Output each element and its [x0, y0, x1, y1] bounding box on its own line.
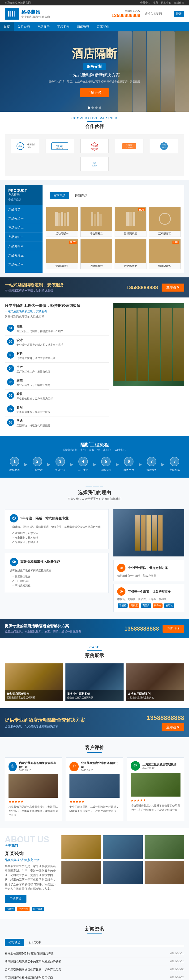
contact-banner: 提供专业的酒店活动隔断全套解决方案 免费上门量尺、专业团队量尺、施工、安装、送货…	[0, 619, 189, 638]
product-image-2	[80, 207, 112, 231]
promo-left: 提供专业的酒店活动隔断全套解决方案 全国服务热线：为您提供专业隔断解决方案	[5, 717, 85, 729]
test-text-2: 专业的服务团队，从设计到安装全程跟进，隔断效果美观实用，已在多个项目中合作。	[69, 805, 119, 813]
main-nav: 首页 公司介绍 产品展示 工程案例 新闻资讯 联系我们	[0, 22, 189, 32]
promo-title: 提供专业的酒店活动隔断全套解决方案	[5, 717, 85, 723]
reason-icon-2: ②	[10, 558, 18, 566]
why-detail-title: 选择我们的理由	[5, 489, 184, 496]
step-3: 3 签订合同	[51, 457, 70, 472]
step-num-3: 3	[56, 457, 65, 466]
svg-rect-2	[12, 11, 13, 16]
tab-new[interactable]: 最新产品	[71, 192, 91, 199]
hero-sub: 服务定制	[87, 64, 102, 68]
header-right: 全国服务热线 13588888888 搜索	[112, 9, 184, 18]
top-link-4[interactable]: 在线留言	[174, 1, 184, 4]
svg-rect-1	[10, 11, 11, 16]
news-link-1[interactable]: 格格装饰荣获2023年度最佳隔断品牌奖	[5, 952, 54, 956]
contact-btn[interactable]: 立即咨询	[163, 625, 184, 633]
news-link-4[interactable]: 酒店隔断行业标准最新解读与应用指南	[5, 976, 53, 980]
case-overlay-3: 多功能厅隔断案例 大型会议室隔断定制安装	[126, 690, 184, 701]
product-title-8: 活动隔断八	[149, 263, 181, 269]
case-grid: 豪华酒店隔断案例 五星级酒店宴会厅活动隔断 商务中心隔断案例 企业会议室灵活分隔…	[5, 663, 184, 701]
news-date-2: 2023-08-10	[170, 960, 184, 964]
case-desc-1: 五星级酒店宴会厅活动隔断	[6, 696, 61, 699]
category-1[interactable]: 产品分类	[5, 205, 43, 214]
why-right-image	[114, 303, 184, 430]
category-5[interactable]: 产品介绍四	[5, 242, 43, 251]
promo-sub: 全国服务热线：为您提供专业隔断解决方案	[5, 725, 85, 729]
category-4[interactable]: 产品介绍三	[5, 232, 43, 242]
promo-right: 13588888888 立即咨询	[147, 714, 184, 732]
dot-3[interactable]	[95, 107, 98, 109]
nav-home[interactable]: 首页	[0, 22, 14, 32]
news-item-2: 活动隔断在现代酒店中的应用与发展趋势分析 2023-08-10	[5, 958, 184, 966]
reason-desc-3: 精耕细作每一个细节，让客户满意	[117, 574, 181, 578]
why-detail-section: ————— 选择我们的理由 四大优势，以万于千手客户更好的选择我们 ————— …	[0, 477, 189, 619]
category-3[interactable]: 产品介绍二	[5, 223, 43, 232]
hero-btn[interactable]: 了解更多	[80, 88, 109, 97]
search-button[interactable]: 搜索	[174, 11, 184, 17]
why-room-image	[114, 509, 184, 557]
partners-en: COOPERATIVE PARTNER	[5, 116, 184, 120]
tab-recommend[interactable]: 推荐产品	[50, 192, 69, 199]
category-6[interactable]: 产品介绍五	[5, 251, 43, 260]
about-more-btn[interactable]: 了解更多	[5, 895, 26, 903]
cta-btn[interactable]: 立即咨询	[162, 283, 184, 291]
case-title-3: 多功能厅隔断案例	[128, 692, 183, 696]
case-section: CASE 案例展示 豪华酒店隔断案例 五星级酒店宴会厅活动隔断 商务中心隔断案例…	[0, 638, 189, 708]
step-num-1: 1	[10, 457, 19, 466]
dot-1[interactable]	[88, 107, 90, 109]
svg-point-17	[160, 142, 168, 150]
partners-title: COOPERATIVE PARTNER 合作伙伴	[5, 116, 184, 130]
about-right	[61, 835, 184, 912]
reason-header-1: ① 5年专注，隔断一站式服务更专业	[10, 514, 104, 522]
promo-banner: 提供专业的酒店活动隔断全套解决方案 全国服务热线：为您提供专业隔断解决方案 13…	[0, 708, 189, 737]
dot-4[interactable]	[99, 107, 101, 109]
top-link-2[interactable]: 收藏	[153, 1, 158, 4]
why-items: 01 测量 专业团队上门测量，精确把控每一个细节 02 设计 专业设计师量身定制…	[5, 322, 109, 430]
why-section: 只专注隔断工程这一事情，坚持把它做到极致 一站式酒店隔断新定制，安装服务 紧紧打…	[0, 298, 189, 436]
svg-rect-3	[14, 11, 15, 16]
testimonials-section: 客户评价 客 内蒙古某知名连锁餐饮管理有限公司 2023-05-15 ★★★★★…	[0, 737, 189, 828]
svg-text:品牌: 品牌	[18, 145, 22, 148]
product-card-4: 活动隔断四	[149, 207, 181, 237]
promo-btn[interactable]: 立即咨询	[162, 723, 184, 732]
news-link-2[interactable]: 活动隔断在现代酒店中的应用与发展趋势分析	[5, 960, 61, 964]
news-tab-2[interactable]: 行业资讯	[25, 939, 45, 946]
nav-product[interactable]: 产品展示	[34, 22, 53, 32]
news-tab-1[interactable]: 公司动态	[5, 939, 24, 946]
case-overlay-1: 豪华酒店隔断案例 五星级酒店宴会厅活动隔断	[5, 690, 63, 701]
product-tabs: 推荐产品 最新产品	[46, 189, 181, 203]
top-bar: 欢迎光临格格装饰官网！ 会员中心 收藏 帮助中心 在线留言	[0, 0, 189, 5]
case-card-1: 豪华酒店隔断案例 五星级酒店宴会厅活动隔断	[5, 663, 63, 701]
test-date-3: 2023-07-10	[143, 767, 176, 769]
step-arrow-2: ▶	[47, 462, 51, 467]
reason-title-4: 节省每一个细节，让客户省更多	[128, 590, 171, 594]
top-link-3[interactable]: 帮助中心	[161, 1, 171, 4]
step-arrow-6: ▶	[139, 462, 142, 467]
test-line	[87, 752, 102, 752]
test-stars-2: ★★★★★	[69, 800, 119, 803]
nav-news[interactable]: 新闻资讯	[73, 22, 93, 32]
search-input[interactable]	[143, 11, 174, 16]
step-num-4: 4	[78, 457, 88, 466]
top-link-1[interactable]: 会员中心	[140, 1, 151, 4]
reason-list-1: ✓ 注重细节，追求完美 ✓ 专业团队，技术精湛 ✓ 品质保证，价格合理	[12, 531, 104, 544]
why-num-8: 08	[7, 419, 14, 426]
about-label-en: ABOUT US	[5, 835, 57, 844]
product-card-2: 活动隔断二	[80, 207, 112, 237]
badge-5: NEW	[69, 240, 77, 243]
test-image-2	[69, 774, 119, 798]
category-2[interactable]: 产品介绍一	[5, 214, 43, 223]
reason-desc-2: 拥有先进生产设备和高精度检测仪器	[10, 568, 104, 573]
why-num-7: 07	[7, 406, 14, 412]
why-item-2: 02 设计 专业设计师量身定制方案，满足客户需求	[5, 336, 109, 349]
partner-2: WFSGI国际认证	[46, 139, 74, 153]
dot-2[interactable]	[91, 107, 94, 109]
nav-case[interactable]: 工程案例	[53, 22, 73, 32]
cta-right: 13588888888 立即咨询	[126, 283, 184, 291]
nav-about[interactable]: 公司介绍	[14, 22, 34, 32]
news-link-3[interactable]: 公司新引进德国进口生产设备，提升产品品质	[5, 968, 61, 972]
category-7[interactable]: 产品介绍六	[5, 260, 43, 269]
avatar-2: 户	[69, 762, 78, 771]
nav-contact[interactable]: 联系我们	[93, 22, 113, 32]
